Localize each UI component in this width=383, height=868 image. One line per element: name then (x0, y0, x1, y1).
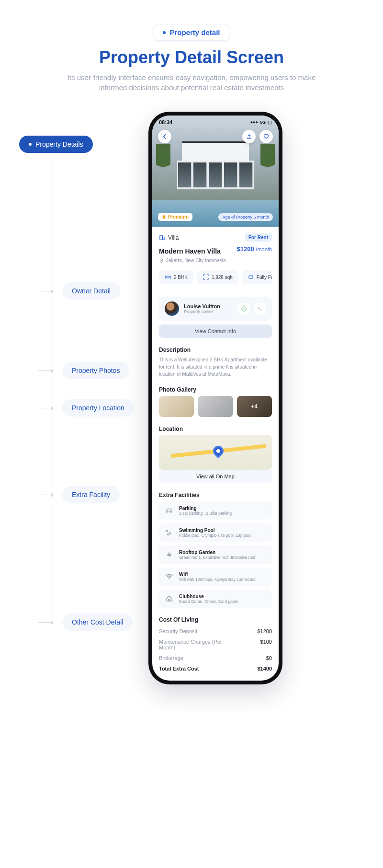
property-age-badge: Age of Property 5 month (218, 213, 273, 221)
cost-row: Security Deposit$1200 (159, 626, 272, 637)
signal-icon: ●●● (250, 120, 258, 125)
header-badge: Property detail (154, 24, 229, 41)
svg-rect-15 (169, 599, 170, 601)
facility-sub: Wifi with 100mbps, Always stay connected (179, 577, 256, 582)
chevron-left-icon (162, 134, 167, 139)
house-illustration (177, 141, 254, 189)
tree-illustration (156, 144, 170, 178)
facilities-heading: Extra Facilities (159, 492, 272, 498)
gallery-more-label: +4 (251, 403, 258, 410)
heart-icon (263, 134, 269, 139)
owner-card: Louise Vuitton Property owner (159, 297, 272, 321)
call-button[interactable] (254, 302, 266, 315)
tree-illustration (260, 144, 275, 178)
property-hero-image: ♛ Premium Age of Property 5 month (152, 116, 279, 227)
car-icon (164, 505, 174, 516)
map-preview[interactable] (159, 435, 272, 470)
cost-row: Maintenance Charges (Per Month)$100 (159, 637, 272, 653)
connector-icon (38, 622, 53, 623)
owner-role: Property owner (184, 309, 233, 314)
svg-point-10 (168, 534, 169, 535)
whatsapp-button[interactable] (237, 302, 250, 315)
premium-label: Premium (168, 214, 189, 220)
listing-type-badge: For Rent (245, 233, 272, 242)
facility-item: ClubhouseBoard Game, Chess, Card game (159, 590, 272, 608)
back-button[interactable] (158, 130, 171, 143)
description-heading: Description (159, 347, 272, 353)
view-contact-button[interactable]: View Contact Info (159, 324, 272, 338)
chip-area: 1,928 sqft (197, 270, 238, 284)
timeline-item-extra-facility[interactable]: Extra Facility (62, 486, 120, 503)
garden-icon (164, 549, 174, 560)
property-type: Villa (159, 234, 179, 241)
location-text: Jakarta, New City Indonesia (166, 258, 226, 263)
status-bar: 08:34 ●●● 5G ▢ (152, 116, 279, 127)
svg-rect-1 (162, 237, 164, 240)
chip-furnish: Fully Fu (242, 270, 272, 284)
price-period: /month (256, 246, 272, 252)
svg-point-7 (170, 511, 171, 512)
timeline-item-property-details[interactable]: Property Details (19, 136, 93, 153)
battery-icon: ▢ (268, 120, 272, 125)
gallery-thumb-more[interactable]: +4 (237, 396, 272, 417)
phone-frame: 08:34 ●●● 5G ▢ (148, 112, 282, 684)
facility-sub: Board Game, Chess, Card game (179, 599, 238, 604)
timeline-item-other-cost-detail[interactable]: Other Cost Detail (62, 613, 133, 631)
description-text: This is a Well-designed 3 BHK Apartment … (159, 356, 272, 378)
facility-sub: Green roofs, Extensive roof, Intensive r… (179, 555, 255, 560)
cost-value: $0 (266, 655, 272, 661)
cost-total-row: Total Extra Cost$1400 (159, 663, 272, 674)
facility-item: WifiWifi with 100mbps, Always stay conne… (159, 567, 272, 586)
building-icon (159, 234, 165, 241)
crown-icon: ♛ (162, 214, 166, 220)
facility-item: Parking1 car parking , 2 Bike parking (159, 501, 272, 520)
timeline-item-property-photos[interactable]: Property Photos (62, 362, 129, 379)
facility-title: Parking (179, 506, 232, 511)
price-value: $1200 (237, 245, 254, 253)
svg-rect-4 (249, 276, 253, 278)
pool-icon (164, 527, 174, 538)
cost-heading: Cost Of Living (159, 616, 272, 623)
svg-point-2 (161, 260, 162, 261)
facility-title: Clubhouse (179, 594, 238, 599)
location-heading: Location (159, 426, 272, 432)
property-name: Modern Haven Villa (159, 247, 221, 255)
facility-sub: Kiddie pool, Olympic-size pool, Lap pool (179, 533, 251, 538)
cost-label: Security Deposit (159, 628, 197, 634)
whatsapp-icon (241, 306, 247, 312)
timeline-item-label: Property Location (72, 404, 124, 412)
connector-icon (38, 495, 53, 495)
dot-icon (29, 143, 32, 146)
bed-icon (165, 275, 171, 279)
map-pin-icon (211, 443, 226, 458)
sofa-icon (248, 274, 254, 280)
dot-icon (163, 31, 166, 34)
gallery-thumb[interactable] (198, 396, 233, 417)
pin-icon (159, 258, 164, 263)
chip-label: Fully Fu (257, 275, 272, 280)
timeline-item-property-location[interactable]: Property Location (62, 399, 134, 417)
gallery-heading: Photo Gallery (159, 386, 272, 393)
svg-point-13 (169, 554, 171, 556)
timeline-item-owner-detail[interactable]: Owner Detail (62, 282, 120, 300)
share-button[interactable] (242, 130, 256, 143)
premium-badge: ♛ Premium (158, 213, 192, 221)
wifi-icon (164, 571, 174, 582)
gallery-thumb[interactable] (159, 396, 194, 417)
chip-label: 2 BHK (174, 275, 188, 280)
connector-icon (38, 291, 53, 291)
facility-title: Rooftop Garden (179, 550, 255, 555)
facility-item: Swimming PoolKiddie pool, Olympic-size p… (159, 523, 272, 542)
cost-value: $100 (260, 639, 272, 645)
view-map-button[interactable]: View all On Map (159, 470, 272, 483)
timeline-line (53, 159, 53, 626)
property-location: Jakarta, New City Indonesia (159, 258, 272, 263)
svg-point-9 (169, 532, 171, 534)
facility-item: Rooftop GardenGreen roofs, Extensive roo… (159, 545, 272, 564)
cost-total-label: Total Extra Cost (159, 666, 199, 671)
cost-label: Maintenance Charges (Per Month) (159, 639, 226, 650)
cost-value: $1200 (257, 628, 272, 634)
timeline-item-label: Property Details (35, 140, 83, 148)
favorite-button[interactable] (259, 130, 273, 143)
cost-row: Brokerage$0 (159, 653, 272, 663)
